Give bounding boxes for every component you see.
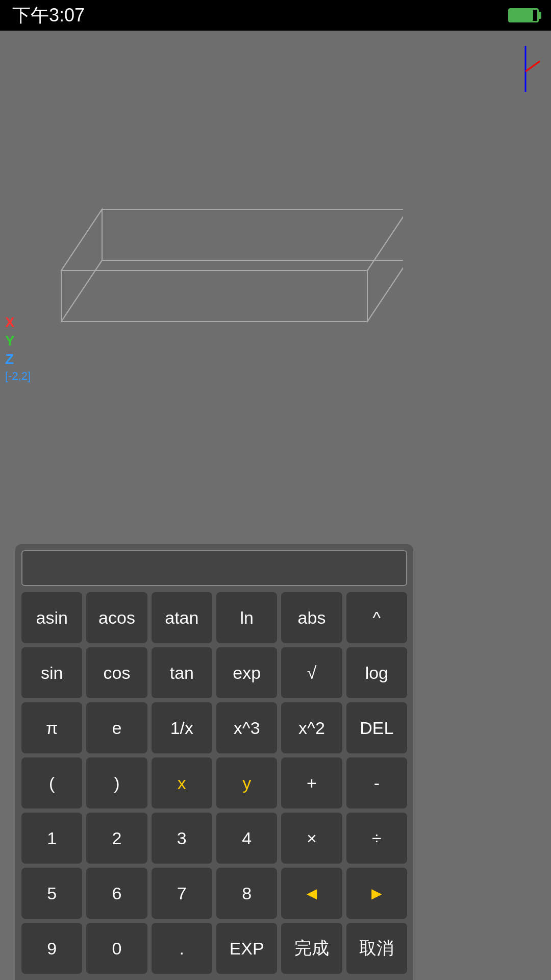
3d-box-svg: [20, 56, 403, 362]
btn-exp[interactable]: exp: [216, 647, 277, 698]
svg-marker-5: [367, 209, 403, 322]
btn-cos[interactable]: cos: [86, 647, 147, 698]
y-axis-label: Y: [5, 333, 31, 349]
status-time: 下午3:07: [12, 3, 85, 28]
btn-3[interactable]: 3: [152, 813, 212, 864]
btn-0[interactable]: 0: [86, 923, 147, 974]
z-axis-range: [-2,2]: [5, 370, 31, 383]
svg-line-1: [525, 61, 540, 71]
btn-dot[interactable]: .: [152, 923, 212, 974]
btn-6[interactable]: 6: [86, 868, 147, 919]
btn-1[interactable]: 1: [21, 813, 82, 864]
btn-xcube[interactable]: x^3: [216, 702, 277, 753]
btn-ln[interactable]: ln: [216, 592, 277, 643]
x-axis-label: X: [5, 314, 31, 331]
btn-divide[interactable]: ÷: [346, 813, 407, 864]
btn-atan[interactable]: atan: [152, 592, 212, 643]
btn-7[interactable]: 7: [152, 868, 212, 919]
svg-marker-4: [61, 209, 102, 322]
z-axis-label: Z: [5, 351, 31, 368]
btn-abs[interactable]: abs: [281, 592, 342, 643]
status-bar: 下午3:07: [0, 0, 551, 31]
axis-labels: X Y Z [-2,2]: [5, 314, 31, 383]
svg-line-10: [61, 260, 102, 322]
svg-marker-2: [61, 271, 367, 322]
btn-plus[interactable]: +: [281, 757, 342, 808]
btn-x[interactable]: x: [152, 757, 212, 808]
btn-minus[interactable]: -: [346, 757, 407, 808]
btn-e[interactable]: e: [86, 702, 147, 753]
btn-cancel[interactable]: 取消: [346, 923, 407, 974]
btn-pi[interactable]: π: [21, 702, 82, 753]
btn-close-paren[interactable]: ): [86, 757, 147, 808]
svg-marker-3: [61, 209, 403, 271]
btn-exponent[interactable]: EXP: [216, 923, 277, 974]
btn-del[interactable]: DEL: [346, 702, 407, 753]
btn-right[interactable]: ►: [346, 868, 407, 919]
calculator-display[interactable]: [21, 550, 407, 586]
btn-log[interactable]: log: [346, 647, 407, 698]
btn-tan[interactable]: tan: [152, 647, 212, 698]
btn-open-paren[interactable]: (: [21, 757, 82, 808]
btn-left[interactable]: ◄: [281, 868, 342, 919]
btn-done[interactable]: 完成: [281, 923, 342, 974]
btn-xsquare[interactable]: x^2: [281, 702, 342, 753]
button-grid: asinacosatanlnabs^sincostanexp√logπe1/xx…: [21, 592, 407, 974]
btn-sin[interactable]: sin: [21, 647, 82, 698]
btn-4[interactable]: 4: [216, 813, 277, 864]
calculator: asinacosatanlnabs^sincostanexp√logπe1/xx…: [15, 544, 413, 980]
btn-acos[interactable]: acos: [86, 592, 147, 643]
btn-2[interactable]: 2: [86, 813, 147, 864]
btn-asin[interactable]: asin: [21, 592, 82, 643]
svg-line-11: [367, 260, 403, 322]
btn-multiply[interactable]: ×: [281, 813, 342, 864]
battery-fill: [510, 10, 533, 21]
btn-sqrt[interactable]: √: [281, 647, 342, 698]
btn-y[interactable]: y: [216, 757, 277, 808]
btn-9[interactable]: 9: [21, 923, 82, 974]
battery-icon: [508, 8, 539, 22]
axis-indicator-svg: [510, 41, 541, 92]
btn-5[interactable]: 5: [21, 868, 82, 919]
viewport[interactable]: X Y Z [-2,2]: [0, 31, 551, 388]
btn-reciprocal[interactable]: 1/x: [152, 702, 212, 753]
btn-power[interactable]: ^: [346, 592, 407, 643]
btn-8[interactable]: 8: [216, 868, 277, 919]
